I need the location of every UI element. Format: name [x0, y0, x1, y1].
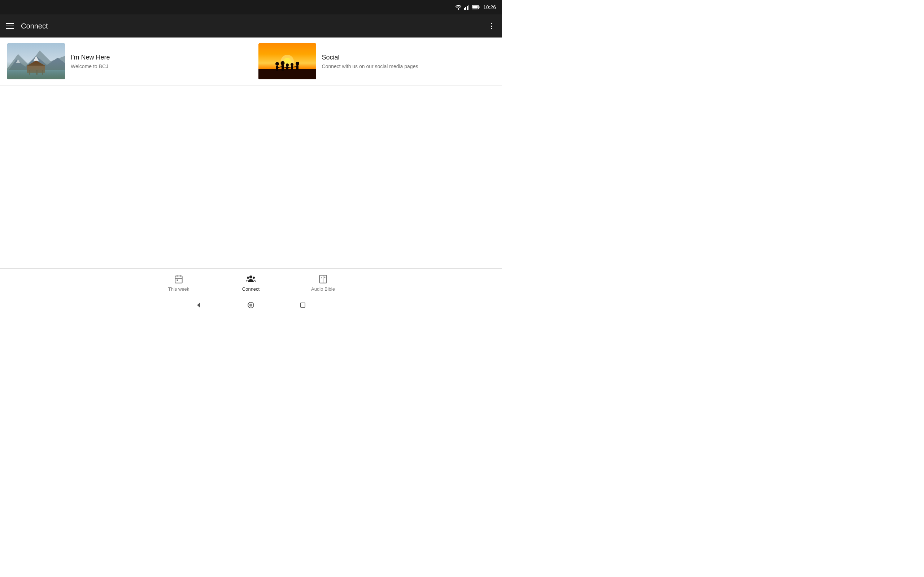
new-here-title: I'm New Here: [71, 54, 110, 61]
more-options-icon[interactable]: ⋮: [488, 21, 496, 31]
svg-point-25: [281, 61, 284, 65]
svg-marker-15: [27, 61, 45, 66]
svg-rect-37: [175, 276, 182, 283]
mountain-scene: [7, 43, 65, 79]
nav-item-connect[interactable]: Connect: [215, 271, 287, 295]
svg-rect-14: [27, 66, 45, 73]
svg-rect-16: [29, 70, 30, 75]
status-time: 10:26: [483, 4, 496, 10]
mountain-image: [7, 43, 65, 79]
back-button[interactable]: [195, 301, 203, 309]
sunset-image: [258, 43, 316, 79]
calendar-icon: [174, 274, 184, 284]
svg-point-23: [275, 62, 279, 66]
app-bar-left: Connect: [6, 22, 48, 30]
battery-icon: [472, 5, 480, 10]
social-title: Social: [322, 54, 418, 61]
new-here-thumbnail: [7, 43, 65, 79]
people-icon: [246, 274, 256, 284]
svg-point-27: [286, 63, 289, 66]
signal-icon: [464, 5, 470, 10]
svg-rect-1: [464, 8, 465, 10]
bible-icon: [318, 274, 328, 284]
main-content: I'm New Here Welcome to BCJ: [0, 37, 502, 265]
svg-line-35: [288, 67, 291, 68]
nav-item-this-week[interactable]: This week: [142, 271, 215, 295]
new-here-card[interactable]: I'm New Here Welcome to BCJ: [0, 37, 251, 85]
svg-rect-8: [7, 43, 65, 79]
svg-line-34: [284, 67, 286, 68]
social-text: Social Connect with us on our social med…: [322, 54, 418, 69]
svg-point-53: [249, 304, 252, 306]
svg-line-36: [293, 67, 296, 67]
home-button[interactable]: [247, 301, 255, 309]
sunset-scene: [258, 43, 316, 79]
svg-rect-30: [291, 66, 293, 70]
wifi-icon: [455, 5, 462, 10]
recents-button[interactable]: [299, 301, 307, 309]
status-bar: 10:26: [0, 0, 502, 15]
system-nav: [0, 297, 502, 313]
svg-rect-6: [478, 6, 479, 8]
svg-point-31: [296, 62, 299, 65]
svg-rect-28: [286, 66, 288, 70]
new-here-text: I'm New Here Welcome to BCJ: [71, 54, 110, 69]
svg-rect-13: [7, 70, 65, 79]
nav-label-audio-bible: Audio Bible: [311, 286, 335, 292]
svg-rect-2: [465, 7, 466, 10]
svg-rect-18: [42, 70, 43, 75]
app-bar-title: Connect: [21, 22, 48, 30]
svg-rect-24: [276, 66, 278, 71]
svg-rect-26: [281, 65, 284, 71]
bottom-nav: This week Connect: [0, 268, 502, 297]
svg-rect-54: [300, 303, 305, 307]
menu-icon[interactable]: [6, 23, 14, 29]
svg-point-29: [291, 63, 294, 66]
svg-rect-41: [177, 279, 178, 281]
cards-row: I'm New Here Welcome to BCJ: [0, 37, 502, 85]
nav-label-connect: Connect: [242, 286, 260, 292]
nav-item-audio-bible[interactable]: Audio Bible: [287, 271, 359, 295]
svg-rect-32: [296, 65, 299, 70]
status-icons: 10:26: [455, 4, 496, 10]
social-card[interactable]: Social Connect with us on our social med…: [251, 37, 502, 85]
nav-label-this-week: This week: [168, 286, 189, 292]
svg-point-43: [247, 277, 249, 279]
svg-point-0: [458, 8, 459, 10]
svg-rect-22: [258, 69, 316, 79]
svg-point-42: [249, 276, 252, 279]
app-bar: Connect ⋮: [0, 15, 502, 37]
social-subtitle: Connect with us on our social media page…: [322, 63, 418, 69]
svg-marker-51: [197, 303, 200, 308]
social-thumbnail: [258, 43, 316, 79]
svg-rect-3: [467, 6, 468, 10]
new-here-subtitle: Welcome to BCJ: [71, 63, 110, 69]
svg-rect-17: [36, 70, 37, 75]
svg-point-44: [253, 277, 255, 279]
svg-rect-7: [472, 6, 478, 9]
svg-rect-4: [468, 5, 469, 10]
